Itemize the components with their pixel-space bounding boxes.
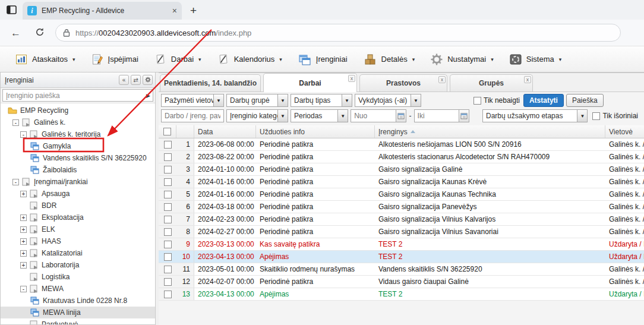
row-checkbox-cell[interactable] <box>159 163 176 175</box>
collapse-icon[interactable] <box>12 179 19 185</box>
toolbar-item-detales[interactable]: Detalės ▾ <box>355 46 423 72</box>
row-checkbox-cell[interactable] <box>159 176 176 188</box>
tree-node[interactable]: BDR <box>1 200 155 212</box>
row-checkbox-cell[interactable] <box>159 238 176 250</box>
column-header-device[interactable]: Įrenginys <box>375 125 605 138</box>
tree-node[interactable]: Žaibolaidis <box>1 164 155 176</box>
expand-icon[interactable] <box>20 191 27 197</box>
row-checkbox-cell[interactable] <box>159 263 176 275</box>
tree-node[interactable]: MEWA <box>1 283 155 295</box>
toolbar-item-nustatymai[interactable]: Nustatymai ▾ <box>422 46 501 72</box>
table-row[interactable]: 2 2023-08-22 00:00 Periodinė patikra Alk… <box>159 151 644 163</box>
only-unfinished-checkbox[interactable] <box>473 97 481 105</box>
expand-icon[interactable] <box>20 250 27 257</box>
executor-select[interactable]: Vykdytojas (-ai)▼ <box>355 94 421 107</box>
row-checkbox-cell[interactable] <box>159 251 176 263</box>
toolbar-item-irenginiai[interactable]: Įrenginiai <box>290 46 355 72</box>
place-select[interactable]: Pažymėti vietovę▼ <box>161 94 224 107</box>
order-stage-select[interactable]: Darbų užsakymo etapas▼ <box>482 109 588 122</box>
tab-prastovos[interactable]: Prastovos x <box>359 74 447 91</box>
vertical-tabs-button[interactable] <box>0 0 23 20</box>
row-checkbox-cell[interactable] <box>159 288 176 300</box>
collapse-icon[interactable] <box>20 131 27 138</box>
search-button[interactable]: Paieška <box>566 94 604 107</box>
collapse-panel-icon[interactable]: « <box>119 75 129 85</box>
refresh-tree-icon[interactable]: ⇄ <box>131 75 141 85</box>
column-header-location[interactable]: Vietovė <box>605 125 644 138</box>
device-category-select[interactable]: Įrenginio kategorija▼ <box>226 109 288 122</box>
tree-node[interactable]: Galinės k. <box>1 116 155 128</box>
row-checkbox-cell[interactable] <box>159 226 176 238</box>
tree-node[interactable]: Krautuvas Linde 0228 Nr.8 <box>1 295 155 307</box>
tree-node[interactable]: Logistika <box>1 271 155 283</box>
column-header-task[interactable]: Užduoties info <box>256 125 375 138</box>
tree-node-gamykla[interactable]: Gamykla <box>1 140 155 152</box>
tree-node[interactable]: Įrengimai/įrankiai <box>1 176 155 188</box>
toolbar-item-ispejimai[interactable]: Įspėjimai <box>83 46 146 72</box>
new-tab-button[interactable]: + <box>190 4 197 20</box>
table-row[interactable]: 1 2023-06-08 00:00 Periodinė patikra Alk… <box>159 138 644 151</box>
collapse-icon[interactable] <box>12 119 19 126</box>
table-row[interactable]: 3 2024-01-10 00:00 Periodinė patikra Gai… <box>159 163 644 176</box>
tree-node[interactable]: Katalizatoriai <box>1 247 155 259</box>
table-row[interactable]: 8 2024-02-27 00:00 Periodinė patikra Gai… <box>159 226 644 238</box>
table-row[interactable]: 12 2024-02-07 00:00 Periodinė patikra Vi… <box>159 276 644 288</box>
refresh-icon[interactable] <box>35 27 45 39</box>
tree-node[interactable]: Galinės k. teritorija <box>1 128 155 140</box>
table-row[interactable]: 6 2024-03-18 00:00 Periodinė patikra Gai… <box>159 201 644 213</box>
row-checkbox-cell[interactable] <box>159 151 176 163</box>
table-row[interactable]: 4 2024-01-16 00:00 Periodinė patikra Gai… <box>159 176 644 188</box>
back-icon[interactable]: ← <box>11 28 21 38</box>
row-checkbox-cell[interactable] <box>159 276 176 288</box>
toolbar-item-sistema[interactable]: Sistema ▾ <box>501 46 570 72</box>
expand-icon[interactable] <box>20 262 27 269</box>
reset-button[interactable]: Atstatyti <box>523 94 564 107</box>
collapse-icon[interactable] <box>20 286 27 292</box>
expand-icon[interactable] <box>20 214 27 221</box>
address-field[interactable]: https://0020423020903.alldevicesoft.com/… <box>55 24 621 42</box>
row-checkbox-cell[interactable] <box>159 188 176 200</box>
table-row-selected[interactable]: 10 2023-04-13 00:00 Apėjimas TEST 2 Užda… <box>159 251 644 263</box>
row-checkbox-cell[interactable] <box>159 201 176 213</box>
browser-tab[interactable]: i EMP Recycling - Alldevice × <box>23 2 182 20</box>
tree-node[interactable]: Apsauga <box>1 188 155 200</box>
period-select[interactable]: Periodas▼ <box>291 109 348 122</box>
calendar-icon[interactable] <box>459 110 469 122</box>
tree-node[interactable]: Parduotuvė <box>1 318 155 324</box>
table-row[interactable]: 7 2024-02-23 00:00 Periodinė patikra Gai… <box>159 213 644 226</box>
only-external-checkbox[interactable] <box>592 112 600 120</box>
work-group-select[interactable]: Darbų grupė▼ <box>226 94 288 107</box>
gear-icon[interactable] <box>143 75 153 85</box>
toolbar-item-ataskaitos[interactable]: Ataskaitos ▾ <box>7 46 83 72</box>
select-all-header[interactable] <box>159 125 176 138</box>
toolbar-item-kalendorius[interactable]: Kalendorius ▾ <box>209 46 290 72</box>
work-name-input[interactable] <box>161 109 224 122</box>
tree-node-mewa-linija[interactable]: MEWA linija <box>1 307 155 318</box>
expand-icon[interactable] <box>20 226 27 233</box>
table-row[interactable]: 9 2023-03-13 00:00 Kas savaitę patikra T… <box>159 238 644 251</box>
table-row[interactable]: 11 2023-05-01 00:00 Skaitiklio rodmenų n… <box>159 263 644 276</box>
table-row[interactable]: 5 2024-01-16 00:00 Periodinė patikra Gai… <box>159 188 644 201</box>
calendar-icon[interactable] <box>396 110 406 122</box>
date-to-field[interactable]: Iki <box>414 109 469 122</box>
tree-node[interactable]: Vandens skaitiklis S/N 36225920 <box>1 152 155 164</box>
search-go-icon[interactable]: ▶ <box>146 93 150 99</box>
tree-node[interactable]: Eksploatacija <box>1 212 155 223</box>
close-icon[interactable]: x <box>524 76 531 83</box>
tree-node[interactable]: Laboratorija <box>1 259 155 271</box>
expand-icon[interactable] <box>20 238 27 245</box>
device-search-input[interactable] <box>2 89 153 102</box>
tab-darbai[interactable]: Darbai x <box>263 73 357 92</box>
tab-penktadienis[interactable]: Penktadienis, 14. balandžio <box>160 74 261 91</box>
tab-grupes[interactable]: Grupės x <box>450 74 533 91</box>
work-type-select[interactable]: Darbų tipas▼ <box>291 94 352 107</box>
row-checkbox-cell[interactable] <box>159 213 176 225</box>
tree-node[interactable]: HAAS <box>1 235 155 247</box>
tree-node[interactable]: ELK <box>1 223 155 235</box>
toolbar-item-darbai[interactable]: Darbai ▾ <box>146 46 209 72</box>
date-from-field[interactable]: Nuo <box>351 109 406 122</box>
column-header-data[interactable]: Data <box>194 125 256 138</box>
tab-close-icon[interactable]: × <box>172 7 177 15</box>
row-checkbox-cell[interactable] <box>159 138 176 150</box>
close-icon[interactable]: x <box>348 75 355 82</box>
